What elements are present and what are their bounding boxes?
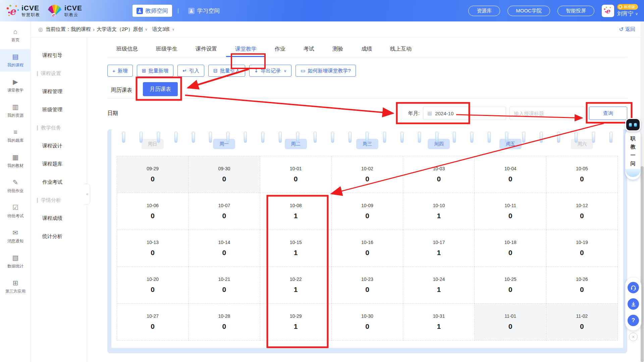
calendar-cell[interactable]: 10-19 0: [546, 230, 618, 267]
tab[interactable]: 线上互动: [381, 42, 421, 57]
user-menu[interactable]: e ★ 标准版 刘宵宁 ∨: [602, 4, 638, 17]
submenu-item[interactable]: 课程引导: [31, 46, 87, 64]
calendar-cell[interactable]: 10-27 0: [117, 304, 189, 341]
calendar-cell[interactable]: 09-29 0: [117, 156, 189, 193]
submenu-item[interactable]: 课程设计: [31, 137, 87, 155]
calendar-cell[interactable]: 10-03 0: [403, 156, 475, 193]
calendar-cell[interactable]: 10-31 1: [403, 304, 475, 341]
submenu-item[interactable]: 统计分析: [31, 227, 87, 245]
rail-item[interactable]: ▥ 我的资源: [0, 100, 31, 122]
view-tab[interactable]: 月历课表: [143, 82, 178, 96]
calendar-cell[interactable]: 10-05 0: [546, 156, 618, 193]
calendar-cell[interactable]: 10-14 0: [189, 230, 260, 267]
rail-item[interactable]: ▦ 我的教材: [0, 150, 31, 172]
close-floating-toolbar-button[interactable]: ×: [629, 333, 638, 341]
tab[interactable]: 考试: [294, 42, 323, 57]
calendar-cell[interactable]: 10-23 0: [332, 267, 403, 304]
calendar-cell[interactable]: 10-20 0: [117, 267, 189, 304]
search-button[interactable]: 查询: [589, 107, 627, 120]
toolbar-button[interactable]: ↧ 导出记录 ∨: [249, 65, 292, 77]
teacher-space-button[interactable]: 教师空间: [132, 5, 172, 17]
submenu-item[interactable]: 课程题库: [31, 155, 87, 173]
calendar-cell[interactable]: 10-18 0: [475, 230, 546, 267]
calendar-cell[interactable]: 10-09 0: [332, 193, 403, 230]
month-picker-input[interactable]: ▦ 2024-10: [423, 107, 506, 120]
tab[interactable]: 测验: [323, 42, 352, 57]
learning-space-button[interactable]: 学习空间: [184, 5, 224, 17]
calendar-cell[interactable]: 09-30 0: [189, 156, 260, 193]
calendar-cell[interactable]: 10-07 0: [189, 193, 260, 230]
scrollbar-thumb[interactable]: [641, 166, 644, 362]
calendar-cell[interactable]: 10-12 0: [546, 193, 618, 230]
calendar-cell[interactable]: 10-30 0: [332, 304, 403, 341]
calendar-cell[interactable]: 10-22 1: [260, 267, 332, 304]
sidebar-collapse-handle[interactable]: «: [85, 184, 90, 204]
submenu-item[interactable]: 作业考试: [31, 173, 87, 191]
back-button[interactable]: ↺ 返回: [619, 26, 635, 33]
calendar-cell[interactable]: 10-08 1: [260, 193, 332, 230]
chevron-down-icon[interactable]: ∨: [172, 27, 174, 31]
toolbar-button[interactable]: ⊞ 批量新增 ∨: [137, 65, 174, 77]
calendar-cell[interactable]: 10-13 0: [117, 230, 189, 267]
calendar-cell[interactable]: 10-17 1: [403, 230, 475, 267]
calendar-cell[interactable]: 10-04 0: [475, 156, 546, 193]
calendar-cell[interactable]: 10-29 1: [260, 304, 332, 341]
download-button[interactable]: [628, 298, 639, 310]
rail-item[interactable]: ▧ 数据统计: [0, 250, 31, 273]
rail-item[interactable]: ⊞ 第三方应用: [0, 276, 31, 298]
icve-zhijiaoyun-logo[interactable]: e iCVE 职教云: [47, 4, 82, 18]
calendar-cell[interactable]: 10-01 0: [260, 156, 332, 193]
rail-item[interactable]: ⌂ 首页: [0, 24, 31, 46]
header-link-button[interactable]: MOOC学院: [507, 6, 550, 16]
lecture-title-input[interactable]: [509, 107, 585, 120]
header-link-button[interactable]: 资源库: [468, 6, 500, 16]
tab[interactable]: 课堂教学: [226, 42, 266, 57]
calendar-cell[interactable]: 10-06 0: [117, 193, 189, 230]
icve-smart-vocational-logo[interactable]: e iCVE 智慧职教: [5, 4, 40, 18]
toolbar-button[interactable]: ↵ 引入 ∨: [177, 65, 204, 77]
calendar-cell[interactable]: 10-25 0: [475, 267, 546, 304]
submenu-item[interactable]: 课程设置: [31, 64, 87, 82]
tab[interactable]: 成绩: [352, 42, 381, 57]
cell-lesson-count: 0: [365, 175, 369, 183]
rail-item[interactable]: ≡ 我的题库: [0, 125, 31, 147]
view-tab[interactable]: 周历课表: [109, 83, 133, 98]
calendar-cell[interactable]: 10-10 1: [403, 193, 475, 230]
tab[interactable]: 班级信息: [107, 42, 147, 57]
toolbar-button[interactable]: ▭ 如何新增课堂教学? ∨: [296, 65, 356, 77]
calendar-cell[interactable]: 10-26 0: [546, 267, 618, 304]
calendar-cell[interactable]: 10-15 1: [260, 230, 332, 267]
breadcrumb-class-select[interactable]: 语文3班: [152, 26, 170, 33]
toolbar-button[interactable]: ⊟ 批量引入 ∨: [208, 65, 245, 77]
submenu-item[interactable]: 班级管理: [31, 101, 87, 119]
cell-date: 10-18: [504, 240, 517, 245]
toolbar-button[interactable]: + 新增 ∨: [107, 65, 133, 77]
tab[interactable]: 作业: [266, 42, 294, 57]
submenu-item[interactable]: 课程管理: [31, 82, 87, 101]
calendar-cell[interactable]: 10-24 1: [403, 267, 475, 304]
calendar-cell[interactable]: 11-02 0: [546, 304, 618, 341]
calendar-cell[interactable]: 10-02 0: [332, 156, 403, 193]
rail-item[interactable]: ▶ 课堂教学: [0, 74, 31, 97]
calendar-cell[interactable]: 11-01 0: [475, 304, 546, 341]
rail-item[interactable]: ✎ 待批作业: [0, 175, 31, 197]
customer-service-button[interactable]: [628, 282, 639, 293]
calendar-cell[interactable]: 10-28 0: [189, 304, 260, 341]
submenu-item[interactable]: 课程成绩: [31, 209, 87, 227]
rail-item[interactable]: ☑ 待批考试: [0, 200, 31, 222]
calendar-cell[interactable]: 10-16 0: [332, 230, 403, 267]
tab[interactable]: 班级学生: [147, 42, 186, 57]
submenu-item[interactable]: 教学任务: [31, 119, 87, 137]
rail-item[interactable]: ▤ 我的课程: [0, 49, 31, 71]
header-link-button[interactable]: 智能投屏: [557, 6, 594, 16]
tab[interactable]: 课件设置: [186, 42, 226, 57]
help-button[interactable]: ?: [628, 315, 639, 326]
submenu-item[interactable]: 学情分析: [31, 191, 87, 209]
zhijiao-assistant-widget[interactable]: 职教一问: [624, 118, 642, 180]
calendar-cell[interactable]: 10-11 0: [475, 193, 546, 230]
chevron-down-icon[interactable]: ∨: [145, 27, 147, 31]
calendar-cell[interactable]: 10-21 0: [189, 267, 260, 304]
breadcrumb-course-select[interactable]: 大学语文（2P）原创: [97, 26, 143, 33]
breadcrumb-my-courses[interactable]: 我的课程: [71, 26, 91, 33]
rail-item[interactable]: ✉ 消息通知: [0, 225, 31, 247]
